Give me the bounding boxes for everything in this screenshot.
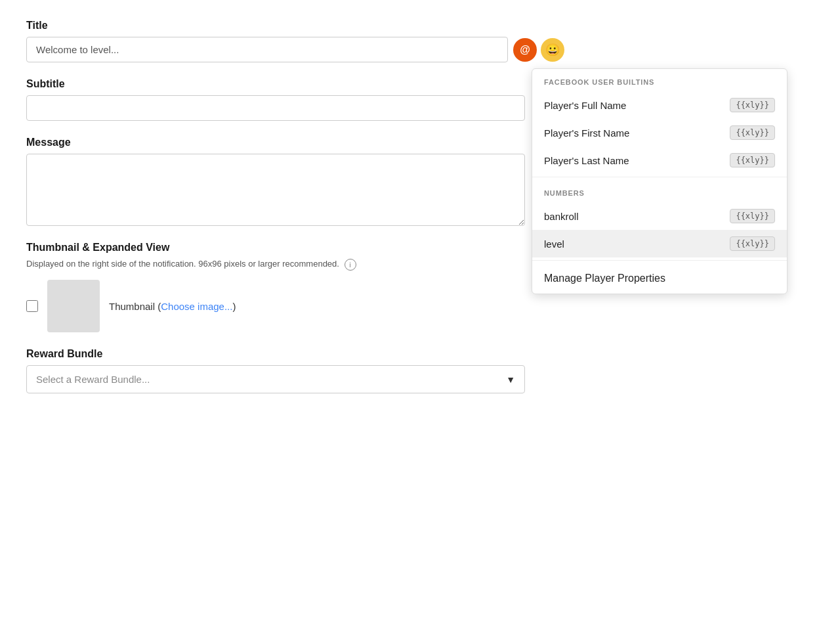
player-first-name-label: Player's First Name <box>544 127 629 139</box>
at-icon-button[interactable]: @ <box>513 38 537 62</box>
player-first-name-item[interactable]: Player's First Name {{xly}} <box>532 119 787 146</box>
bankroll-label: bankroll <box>544 211 579 222</box>
page-container: Title @ 😀 FACEBOOK USER BUILTINS Player'… <box>0 0 591 429</box>
player-last-name-label: Player's Last Name <box>544 155 629 166</box>
subtitle-input[interactable] <box>26 95 525 121</box>
bankroll-tag: {{xly}} <box>730 209 775 223</box>
thumbnail-subtitle: Displayed on the right side of the notif… <box>26 259 564 271</box>
bankroll-item[interactable]: bankroll {{xly}} <box>532 202 787 230</box>
player-first-name-tag: {{xly}} <box>730 125 775 140</box>
info-icon[interactable]: i <box>345 259 356 271</box>
title-field-group: Title @ 😀 FACEBOOK USER BUILTINS Player'… <box>26 20 564 62</box>
player-last-name-item[interactable]: Player's Last Name {{xly}} <box>532 146 787 174</box>
icon-buttons-row: @ 😀 <box>513 38 564 62</box>
numbers-section-header: NUMBERS <box>532 180 787 202</box>
reward-bundle-label: Reward Bundle <box>26 348 564 360</box>
manage-player-properties-link[interactable]: Manage Player Properties <box>532 263 787 294</box>
message-label: Message <box>26 137 564 148</box>
section-divider-1 <box>532 177 787 177</box>
reward-bundle-field-group: Reward Bundle Select a Reward Bundle... … <box>26 348 564 393</box>
facebook-section-header: FACEBOOK USER BUILTINS <box>532 69 787 91</box>
subtitle-label: Subtitle <box>26 78 564 90</box>
title-input[interactable] <box>26 37 508 62</box>
title-label: Title <box>26 20 564 32</box>
message-field-group: Message <box>26 137 564 226</box>
chevron-down-icon: ▼ <box>506 374 515 385</box>
level-label: level <box>544 238 564 250</box>
thumbnail-subtitle-text: Displayed on the right side of the notif… <box>26 259 339 269</box>
subtitle-field-group: Subtitle <box>26 78 564 121</box>
thumbnail-label: Thumbnail & Expanded View <box>26 242 564 254</box>
player-last-name-tag: {{xly}} <box>730 153 775 167</box>
numbers-section: NUMBERS bankroll {{xly}} level {{xly}} <box>532 180 787 257</box>
facebook-builtins-section: FACEBOOK USER BUILTINS Player's Full Nam… <box>532 69 787 174</box>
choose-image-link[interactable]: Choose image... <box>161 301 232 312</box>
variable-dropdown: FACEBOOK USER BUILTINS Player's Full Nam… <box>532 68 788 294</box>
thumbnail-row: Thumbnail (Choose image...) <box>26 280 564 332</box>
thumbnail-field-group: Thumbnail & Expanded View Displayed on t… <box>26 242 564 332</box>
player-full-name-item[interactable]: Player's Full Name {{xly}} <box>532 91 787 119</box>
thumbnail-checkbox[interactable] <box>26 300 38 312</box>
reward-bundle-placeholder: Select a Reward Bundle... <box>36 374 150 385</box>
player-full-name-label: Player's Full Name <box>544 100 626 111</box>
subtitle-input-row <box>26 95 564 121</box>
emoji-icon-button[interactable]: 😀 <box>541 38 564 62</box>
message-textarea[interactable] <box>26 154 525 226</box>
level-item[interactable]: level {{xly}} <box>532 230 787 257</box>
player-full-name-tag: {{xly}} <box>730 98 775 112</box>
level-tag: {{xly}} <box>730 236 775 251</box>
thumbnail-image-placeholder <box>47 280 100 332</box>
thumbnail-text-label: Thumbnail (Choose image...) <box>109 301 236 312</box>
title-input-row: @ 😀 FACEBOOK USER BUILTINS Player's Full… <box>26 37 564 62</box>
section-divider-2 <box>532 260 787 261</box>
message-input-row <box>26 154 564 226</box>
reward-bundle-select[interactable]: Select a Reward Bundle... ▼ <box>26 365 525 393</box>
